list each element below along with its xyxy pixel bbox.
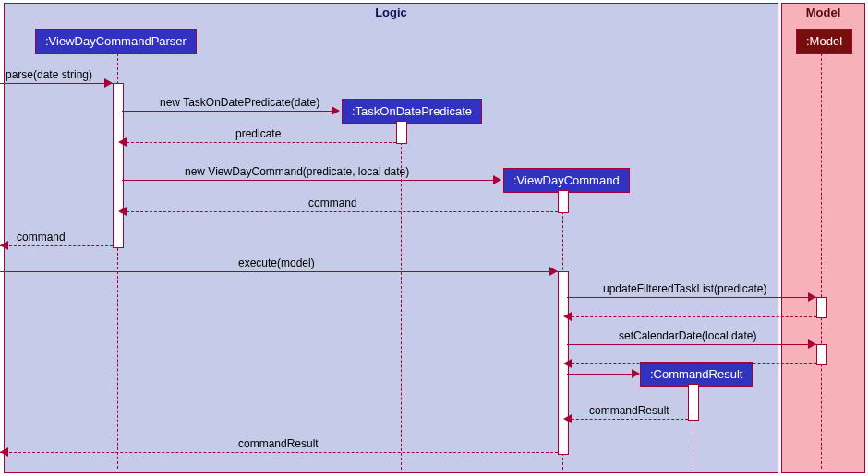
frame-logic-title: Logic bbox=[369, 4, 413, 21]
msg-updatefiltered: updateFilteredTaskList(predicate) bbox=[603, 282, 766, 295]
activation-command-create bbox=[558, 190, 569, 213]
participant-command: :ViewDayCommand bbox=[503, 168, 630, 193]
activation-model-1 bbox=[816, 297, 827, 318]
arrow-parse-in bbox=[0, 83, 113, 84]
arrowhead-return-updatefiltered bbox=[563, 312, 572, 321]
return-setcalendar bbox=[567, 363, 816, 364]
msg-new-command: new ViewDayCommand(predicate, local date… bbox=[185, 165, 409, 178]
msg-return-predicate: predicate bbox=[235, 127, 281, 140]
activation-parser bbox=[113, 83, 124, 248]
arrowhead-setcalendar bbox=[808, 339, 816, 349]
msg-return-parse-out: command bbox=[17, 231, 66, 244]
arrowhead-return-predicate bbox=[118, 137, 127, 147]
arrow-new-result bbox=[567, 374, 638, 375]
msg-new-predicate: new TaskOnDatePredicate(date) bbox=[160, 96, 319, 109]
arrowhead-return-command bbox=[118, 207, 127, 216]
return-predicate bbox=[122, 142, 396, 143]
msg-return-command: command bbox=[308, 196, 357, 209]
return-result bbox=[567, 419, 688, 420]
arrowhead-return-setcalendar bbox=[563, 359, 572, 368]
arrow-new-predicate bbox=[122, 111, 339, 112]
activation-predicate bbox=[396, 121, 407, 144]
participant-result: :CommandResult bbox=[640, 362, 753, 387]
arrow-updatefiltered bbox=[567, 297, 816, 298]
arrowhead-execute bbox=[549, 267, 558, 276]
return-parse-out bbox=[0, 245, 113, 246]
arrowhead-return-result bbox=[563, 414, 572, 423]
arrow-new-command bbox=[122, 180, 500, 181]
arrow-execute bbox=[0, 271, 558, 272]
msg-execute: execute(model) bbox=[238, 256, 315, 269]
return-updatefiltered bbox=[567, 316, 816, 317]
return-execute-out bbox=[0, 452, 558, 453]
msg-return-result: commandResult bbox=[589, 404, 669, 417]
arrowhead-updatefiltered bbox=[808, 292, 816, 302]
activation-result bbox=[688, 384, 699, 421]
msg-return-execute-out: commandResult bbox=[238, 437, 319, 450]
participant-predicate: :TaskOnDatePredicate bbox=[342, 99, 482, 124]
msg-setcalendar: setCalendarDate(local date) bbox=[619, 329, 756, 342]
arrowhead-new-result bbox=[632, 369, 640, 378]
arrowhead-new-command bbox=[493, 175, 501, 184]
arrowhead-return-parse-out bbox=[0, 241, 8, 250]
arrowhead-return-execute-out bbox=[0, 447, 8, 457]
arrow-setcalendar bbox=[567, 344, 816, 345]
arrowhead-new-predicate bbox=[332, 106, 340, 115]
arrowhead-parse-in bbox=[104, 78, 113, 88]
participant-model: :Model bbox=[796, 29, 852, 54]
return-command bbox=[122, 211, 558, 212]
frame-model-title: Model bbox=[801, 4, 847, 21]
lifeline-model bbox=[821, 54, 822, 469]
participant-parser: :ViewDayCommandParser bbox=[35, 29, 197, 54]
activation-model-2 bbox=[816, 344, 827, 365]
msg-parse: parse(date string) bbox=[6, 68, 92, 81]
frame-model: Model bbox=[781, 3, 865, 473]
